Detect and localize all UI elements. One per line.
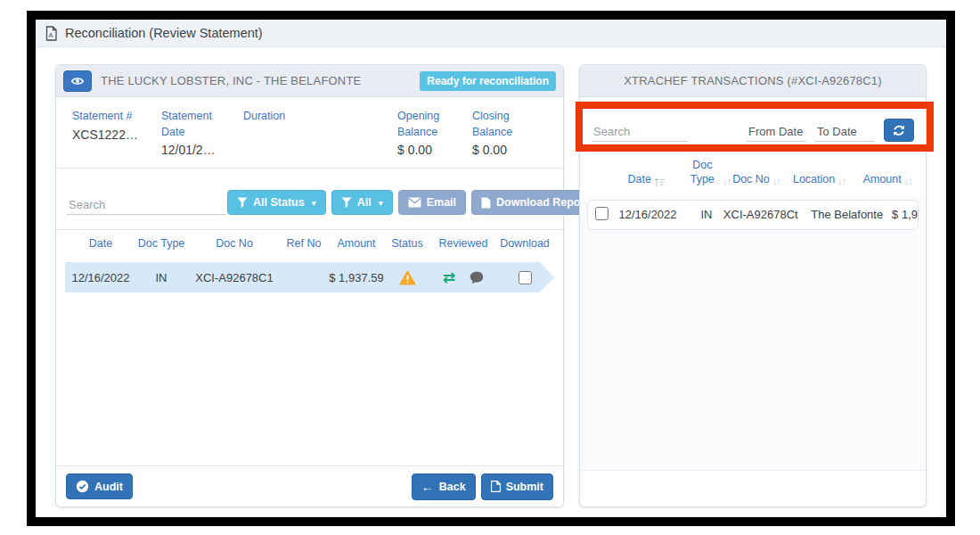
footer-actions: ← Back Submit bbox=[412, 473, 553, 500]
file-icon bbox=[491, 481, 501, 492]
page-title: Reconciliation (Review Statement) bbox=[65, 26, 263, 40]
col-amount: Amount bbox=[325, 237, 388, 250]
email-button[interactable]: Email bbox=[398, 190, 466, 215]
sort-icon: ↓↑ bbox=[723, 176, 731, 187]
check-circle-icon bbox=[76, 480, 89, 493]
from-date-input[interactable] bbox=[747, 122, 806, 142]
statement-info: Statement # XCS1222… Statement Date 12/0… bbox=[56, 97, 563, 169]
col-amount[interactable]: Amount ↓↑ bbox=[856, 172, 919, 186]
filter-all-dropdown[interactable]: All ▾ bbox=[331, 190, 393, 215]
statement-search-input[interactable] bbox=[67, 195, 227, 215]
row-status[interactable] bbox=[388, 270, 427, 285]
opening-balance: Opening Balance $ 0.00 bbox=[397, 109, 449, 157]
col-doc-no[interactable]: Doc No ↓↑ bbox=[731, 172, 782, 186]
chevron-down-icon: ▾ bbox=[312, 198, 316, 208]
row-doc-type: IN bbox=[690, 208, 723, 221]
statement-date-label: Statement Date bbox=[161, 109, 220, 140]
row-doc-no: XCI-A92678C1 bbox=[186, 271, 282, 284]
statement-number-label: Statement # bbox=[72, 109, 138, 125]
row-doc-no: XCI-A92678Ct bbox=[723, 208, 811, 221]
row-select bbox=[595, 207, 619, 223]
transactions-table-header: Date Doc Type ↓↑ Doc No ↓↑ Location ↓↑ A… bbox=[580, 142, 926, 194]
email-label: Email bbox=[427, 196, 456, 209]
download-report-label: Download Report bbox=[496, 196, 588, 209]
statement-date: Statement Date 12/01/2… bbox=[161, 109, 220, 157]
refresh-icon bbox=[892, 124, 906, 137]
audit-label: Audit bbox=[94, 481, 123, 493]
transaction-row[interactable]: 12/16/2022 IN XCI-A92678Ct The Belafonte… bbox=[587, 200, 919, 230]
filter-icon bbox=[341, 197, 352, 209]
vendor-location-title: THE LUCKY LOBSTER, INC - THE BELAFONTE bbox=[101, 74, 411, 87]
statement-panel-footer: Audit ← Back Submit bbox=[56, 465, 563, 506]
statement-table-row[interactable]: 12/16/2022 IN XCI-A92678C1 $ 1,937.59 ⇄ bbox=[65, 262, 554, 292]
statement-number: Statement # XCS1222… bbox=[72, 109, 138, 157]
statement-date-value: 12/01/2… bbox=[161, 143, 220, 157]
back-arrow-icon: ← bbox=[421, 480, 434, 494]
transactions-search-input[interactable] bbox=[592, 122, 688, 142]
comment-icon[interactable] bbox=[470, 271, 484, 284]
view-statement-button[interactable] bbox=[63, 70, 92, 92]
statement-file-icon: A bbox=[45, 26, 58, 41]
closing-balance-label: Closing Balance bbox=[472, 109, 524, 140]
download-checkbox[interactable] bbox=[519, 271, 532, 284]
xtrachef-transactions-panel: XTRACHEF TRANSACTIONS (#XCI-A92678C1) Da… bbox=[579, 64, 927, 507]
app-window: A Reconciliation (Review Statement) THE … bbox=[36, 20, 946, 517]
app-header: A Reconciliation (Review Statement) bbox=[36, 20, 946, 47]
duration: Duration bbox=[243, 109, 374, 157]
row-doc-type: IN bbox=[136, 271, 186, 284]
opening-balance-label: Opening Balance bbox=[397, 109, 449, 140]
statement-number-value: XCS1222… bbox=[72, 128, 138, 142]
col-status: Status bbox=[388, 237, 427, 250]
screenshot-frame: A Reconciliation (Review Statement) THE … bbox=[27, 11, 955, 526]
statement-toolbar: All Status ▾ All ▾ Email Download Report bbox=[56, 169, 563, 215]
col-reviewed: Reviewed bbox=[427, 237, 500, 250]
row-amount: $ 1,9 bbox=[892, 208, 918, 221]
closing-balance-value: $ 0.00 bbox=[472, 143, 524, 157]
back-label: Back bbox=[439, 481, 466, 493]
audit-button[interactable]: Audit bbox=[66, 473, 133, 499]
filter-all-label: All bbox=[357, 196, 372, 209]
row-reviewed: ⇄ bbox=[427, 268, 500, 287]
row-download bbox=[500, 271, 550, 284]
transaction-checkbox[interactable] bbox=[595, 207, 608, 220]
row-date: 12/16/2022 bbox=[619, 208, 690, 221]
swap-transaction-icon[interactable]: ⇄ bbox=[443, 268, 455, 287]
col-doc-no: Doc No bbox=[186, 237, 282, 250]
opening-balance-value: $ 0.00 bbox=[397, 143, 449, 157]
col-location[interactable]: Location ↓↑ bbox=[782, 172, 857, 186]
status-badge: Ready for reconciliation bbox=[420, 71, 556, 91]
transactions-filters bbox=[580, 97, 926, 142]
transactions-title: XTRACHEF TRANSACTIONS (#XCI-A92678C1) bbox=[624, 74, 882, 87]
submit-button[interactable]: Submit bbox=[481, 473, 553, 500]
to-date-input[interactable] bbox=[815, 122, 875, 142]
back-button[interactable]: ← Back bbox=[412, 473, 476, 500]
col-date[interactable]: Date bbox=[608, 172, 685, 186]
row-date: 12/16/2022 bbox=[65, 271, 136, 284]
filter-icon bbox=[237, 197, 248, 209]
submit-label: Submit bbox=[506, 481, 543, 493]
sort-icon: ↓↑ bbox=[904, 176, 912, 187]
statement-panel-header: THE LUCKY LOBSTER, INC - THE BELAFONTE R… bbox=[56, 65, 563, 97]
closing-balance: Closing Balance $ 0.00 bbox=[472, 109, 524, 157]
refresh-button[interactable] bbox=[884, 119, 914, 142]
filter-status-dropdown[interactable]: All Status ▾ bbox=[227, 190, 326, 215]
row-amount: $ 1,937.59 bbox=[325, 271, 388, 284]
row-location: The Belafonte bbox=[811, 208, 892, 221]
statement-panel: THE LUCKY LOBSTER, INC - THE BELAFONTE R… bbox=[55, 64, 564, 507]
col-date: Date bbox=[65, 237, 136, 250]
statement-table-header: Date Doc Type Doc No Ref No Amount Statu… bbox=[56, 229, 563, 255]
transactions-panel-header: XTRACHEF TRANSACTIONS (#XCI-A92678C1) bbox=[580, 65, 926, 97]
sort-icon: ↓↑ bbox=[772, 176, 780, 187]
col-doc-type[interactable]: Doc Type ↓↑ bbox=[684, 158, 731, 187]
file-icon bbox=[481, 197, 491, 209]
duration-label: Duration bbox=[243, 109, 374, 125]
col-doc-type: Doc Type bbox=[136, 237, 186, 250]
col-ref-no: Ref No bbox=[282, 237, 325, 250]
transactions-table-body: 12/16/2022 IN XCI-A92678Ct The Belafonte… bbox=[580, 194, 926, 471]
warning-icon bbox=[399, 270, 416, 285]
sort-amount-icon bbox=[654, 177, 666, 187]
chevron-down-icon: ▾ bbox=[379, 198, 383, 208]
sort-icon: ↓↑ bbox=[837, 176, 845, 187]
filter-status-label: All Status bbox=[253, 196, 305, 209]
envelope-icon bbox=[408, 197, 421, 208]
